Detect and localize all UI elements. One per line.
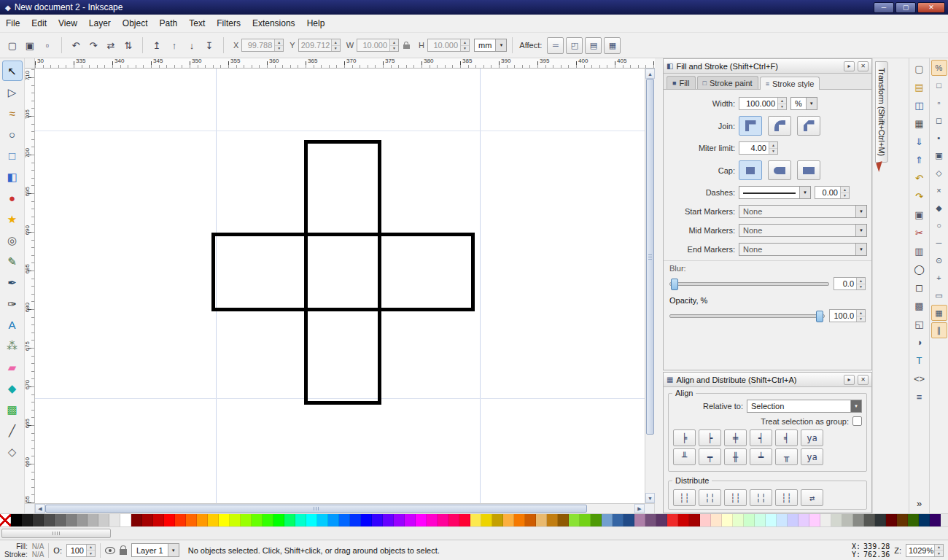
round-join-button[interactable] [768, 116, 791, 136]
palette-swatch[interactable] [22, 514, 33, 526]
round-cap-button[interactable] [768, 160, 791, 180]
lower-button[interactable]: ↓ [183, 36, 201, 54]
spin-up-icon[interactable]: ▲ [769, 142, 777, 148]
snap-bbox-centers-toggle[interactable]: ▣ [931, 147, 947, 163]
palette-swatch[interactable] [252, 514, 263, 526]
vertical-scrollbar[interactable]: ▲ ▼ [645, 69, 655, 503]
palette-swatch[interactable] [656, 514, 667, 526]
spin-up-icon[interactable]: ▲ [461, 39, 469, 45]
palette-swatch[interactable] [405, 514, 416, 526]
spin-up-icon[interactable]: ▲ [332, 39, 340, 45]
menu-object[interactable]: Object [117, 15, 154, 31]
panel-close-icon[interactable]: ✕ [858, 375, 869, 385]
zoom-to-page-button[interactable]: ◻ [911, 279, 928, 296]
palette-swatch[interactable] [536, 514, 547, 526]
palette-swatch[interactable] [459, 514, 470, 526]
export-bitmap-button[interactable]: ⇑ [911, 151, 928, 168]
distribute-top-edges-button[interactable]: ┆┆ [775, 489, 798, 506]
spin-value[interactable]: 100.000 [739, 98, 777, 109]
palette-swatch[interactable] [755, 514, 766, 526]
blur-spinbox[interactable]: 0.0▲▼ [834, 277, 866, 290]
y-coordinate-field[interactable]: 209.712▲▼ [298, 39, 341, 52]
palette-swatch[interactable] [33, 514, 44, 526]
palette-swatch[interactable] [230, 514, 241, 526]
opacity-slider[interactable] [669, 314, 825, 318]
tab-fill[interactable]: ■Fill [667, 76, 696, 89]
box3d-tool[interactable]: ◧ [2, 166, 23, 187]
palette-swatch[interactable] [273, 514, 284, 526]
palette-swatch[interactable] [591, 514, 602, 526]
guide-line-horizontal[interactable] [35, 131, 645, 131]
palette-swatch[interactable] [448, 514, 459, 526]
align-top-edges-button[interactable]: ┯ [699, 448, 721, 465]
units-dropdown[interactable]: mm ▼ [474, 39, 507, 52]
menu-help[interactable]: Help [301, 15, 331, 31]
snap-bbox-corners-toggle[interactable]: ◻ [931, 112, 947, 128]
palette-swatch[interactable] [175, 514, 186, 526]
palette-swatch[interactable] [142, 514, 153, 526]
bevel-join-button[interactable] [797, 116, 820, 136]
palette-swatch[interactable] [634, 514, 645, 526]
object-opacity-spinbox[interactable]: 100▲▼ [66, 544, 96, 557]
copy-button[interactable]: ▣ [911, 206, 928, 223]
drawing-rectangle[interactable] [211, 233, 475, 311]
snap-smooth-nodes-toggle[interactable]: ○ [931, 217, 947, 233]
palette-swatch[interactable] [208, 514, 219, 526]
distribute-left-edges-button[interactable]: ┆┆ [673, 489, 696, 506]
open-document-button[interactable]: ▤ [911, 78, 928, 96]
spin-down-icon[interactable]: ▼ [87, 550, 95, 556]
spin-down-icon[interactable]: ▼ [390, 45, 398, 52]
align-left-edges-button[interactable]: ┝ [699, 429, 721, 446]
pencil-tool[interactable]: ✎ [2, 251, 23, 271]
calligraphy-tool[interactable]: ✑ [2, 293, 23, 314]
duplicate-button[interactable]: ▩ [911, 297, 928, 314]
stroke-width-spinbox[interactable]: 100.000▲▼ [739, 97, 787, 110]
spin-up-icon[interactable]: ▲ [857, 278, 865, 284]
palette-swatch[interactable] [11, 514, 22, 526]
transform-stroke-toggle[interactable]: ═ [547, 37, 564, 54]
palette-swatch[interactable] [164, 514, 175, 526]
menu-text[interactable]: Text [183, 15, 211, 31]
align-right-edges-button[interactable]: ┥ [750, 429, 772, 446]
palette-swatch[interactable] [678, 514, 689, 526]
zoom-spinbox[interactable]: 1029%▲▼ [906, 544, 944, 557]
palette-swatch[interactable] [416, 514, 427, 526]
opacity-slider-thumb[interactable] [816, 311, 823, 322]
import-bitmap-button[interactable]: ⇓ [911, 133, 928, 150]
scroll-left-icon[interactable]: ◀ [35, 504, 45, 513]
zoom-to-drawing-button[interactable]: ◯ [911, 260, 928, 278]
flip-vertical-button[interactable]: ⇅ [120, 36, 137, 54]
opacity-spinbox[interactable]: 100.0▲▼ [829, 309, 866, 322]
spin-up-icon[interactable]: ▲ [841, 187, 849, 192]
palette-swatch[interactable] [77, 514, 88, 526]
align-dialog-button[interactable]: ≡ [911, 388, 928, 405]
palette-swatch[interactable] [689, 514, 700, 526]
palette-swatch[interactable] [613, 514, 623, 526]
palette-swatch[interactable] [853, 514, 864, 526]
layer-lock-icon[interactable] [120, 549, 127, 555]
palette-swatch[interactable] [777, 514, 788, 526]
ellipse-tool[interactable]: ● [2, 187, 23, 208]
width-field[interactable]: 10.000▲▼ [357, 39, 399, 52]
text-anchor-vertical-button[interactable]: ya [801, 448, 823, 465]
rotate-cw-button[interactable]: ↷ [85, 36, 102, 54]
palette-swatch[interactable] [525, 514, 536, 526]
spin-value[interactable]: 100.0 [830, 310, 856, 322]
minimize-button[interactable]: ─ [874, 2, 894, 13]
layer-dropdown[interactable]: Layer 1 ▼ [131, 543, 179, 557]
distribute-equal-gaps-button[interactable]: ╎╎ [750, 489, 772, 506]
spin-down-icon[interactable]: ▼ [778, 104, 786, 110]
height-field[interactable]: 10.000▲▼ [427, 39, 470, 52]
palette-swatch[interactable] [766, 514, 777, 526]
palette-swatch[interactable] [98, 514, 109, 526]
palette-swatch[interactable] [372, 514, 383, 526]
distribute-right-edges-button[interactable]: ┆┆ [724, 489, 747, 506]
palette-swatch[interactable] [219, 514, 230, 526]
blur-slider-thumb[interactable] [671, 279, 678, 290]
transform-dialog-tab[interactable]: Transform (Shift+Ctrl+M) [875, 61, 888, 163]
align-left-to-anchor-right-button[interactable]: ╡ [775, 429, 798, 446]
palette-swatch[interactable] [492, 514, 503, 526]
palette-swatch[interactable] [875, 514, 886, 526]
spin-value[interactable]: 4.00 [739, 142, 769, 154]
menu-path[interactable]: Path [154, 15, 184, 31]
